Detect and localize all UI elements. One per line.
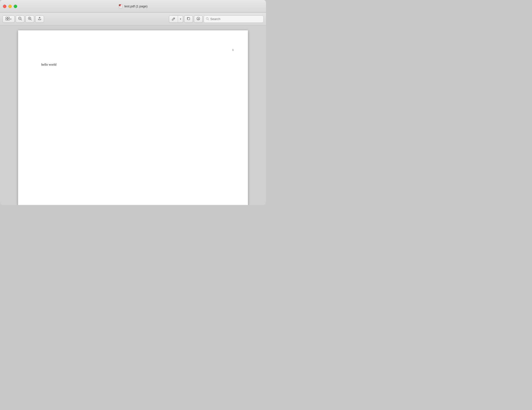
svg-text:A: A [198,18,199,20]
copy-icon [187,17,190,21]
svg-line-19 [208,19,209,20]
export-button[interactable] [184,15,193,23]
toolbar-right: ▾ A [169,15,264,23]
pen-dropdown-button[interactable]: ▾ [178,16,183,23]
svg-line-14 [174,18,174,19]
search-icon [206,17,209,21]
svg-rect-5 [6,19,8,20]
pdf-page: 1 hello world [18,30,248,205]
pdf-content-area: 1 hello world [0,25,266,205]
zoom-out-icon [18,17,22,21]
title-bar-center: PDF test.pdf (1 page) [119,4,148,9]
pen-button[interactable] [169,16,178,23]
app-window: PDF test.pdf (1 page) ▾ [0,0,266,205]
share-button[interactable] [35,15,44,23]
svg-rect-6 [8,19,10,20]
svg-rect-3 [6,17,8,19]
zoom-out-button[interactable] [16,15,24,23]
share-icon [38,17,42,21]
zoom-in-icon [28,17,32,21]
search-input[interactable] [210,17,261,21]
minimize-button[interactable] [8,5,12,8]
view-dropdown-arrow-icon: ▾ [10,18,11,20]
close-button[interactable] [3,5,6,8]
toolbar: ▾ [0,13,266,25]
chevron-down-icon: ▾ [180,18,181,20]
view-toggle-button[interactable]: ▾ [2,15,15,23]
maximize-button[interactable] [14,5,17,8]
pen-tool-group: ▾ [169,15,183,23]
window-title: test.pdf (1 page) [124,4,148,8]
zoom-in-button[interactable] [25,15,34,23]
svg-line-13 [31,20,32,20]
svg-rect-4 [8,17,10,19]
search-box[interactable] [204,15,264,23]
annotate-icon: A [196,17,200,21]
svg-text:PDF: PDF [120,5,122,6]
page-number: 1 [232,48,234,52]
toolbar-left: ▾ [2,15,44,23]
traffic-lights [3,5,17,8]
annotate-button[interactable]: A [194,15,203,23]
svg-rect-15 [188,18,190,20]
pdf-icon: PDF [119,4,123,9]
title-bar: PDF test.pdf (1 page) [0,0,266,13]
view-icon [6,17,10,21]
pdf-text-content: hello world [41,63,56,67]
svg-line-9 [21,20,22,20]
